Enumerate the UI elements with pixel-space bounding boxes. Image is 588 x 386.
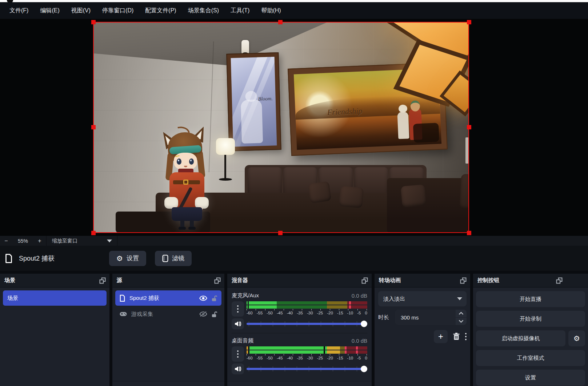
channel-menu-button[interactable] <box>232 346 244 362</box>
obs-window: 文件(F) 编辑(E) 视图(V) 停靠窗口(D) 配置文件(P) 场景集合(S… <box>0 0 588 386</box>
popout-dock-icon[interactable] <box>361 277 368 284</box>
lit-wall-sliver <box>465 137 469 164</box>
menu-bar: 文件(F) 编辑(E) 视图(V) 停靠窗口(D) 配置文件(P) 场景集合(S… <box>0 2 588 19</box>
divider <box>117 236 117 246</box>
virtual-camera-settings-button[interactable]: ⚙ <box>568 330 585 346</box>
spin-up-button[interactable] <box>456 310 467 317</box>
chevron-down-icon <box>457 297 462 300</box>
controls-body: 开始直播 开始录制 启动虚拟摄像机 ⚙ 工作室模式 设置 <box>473 288 588 386</box>
sofa-chaise <box>387 178 469 233</box>
chevron-up-icon <box>459 312 464 315</box>
scene-poster-bloom: Bloom. <box>226 52 281 151</box>
popout-dock-icon[interactable] <box>460 277 467 284</box>
transition-select[interactable]: 淡入淡出 <box>378 291 467 306</box>
sofa-pillow <box>401 184 427 208</box>
meter-ticks <box>247 309 367 310</box>
character-shoe <box>188 227 196 230</box>
controls-dock-header[interactable]: 控制按钮 <box>473 274 588 288</box>
slider-track[interactable] <box>247 323 367 325</box>
transitions-dock: 转场动画 淡入淡出 时长 300 ms <box>375 274 470 386</box>
eye-hidden-icon[interactable] <box>199 311 207 317</box>
start-recording-button[interactable]: 开始录制 <box>476 311 585 327</box>
eye-visible-icon[interactable] <box>199 295 207 301</box>
sources-footer-divider <box>112 381 224 381</box>
resize-handle-top-center[interactable] <box>278 20 283 24</box>
popout-dock-icon[interactable] <box>99 277 106 284</box>
scenes-dock-header[interactable]: 场景 <box>0 274 109 288</box>
slider-handle[interactable] <box>361 366 367 372</box>
sofa-pillow <box>308 181 332 204</box>
popout-dock-icon[interactable] <box>214 277 221 284</box>
settings-button[interactable]: 设置 <box>476 370 585 386</box>
slider-handle[interactable] <box>361 321 367 327</box>
menu-view[interactable]: 视图(V) <box>66 4 96 17</box>
duration-input[interactable]: 300 ms <box>395 310 456 325</box>
controls-dock: 控制按钮 开始直播 开始录制 启动虚拟摄像机 ⚙ 工作室模式 设置 <box>473 274 588 386</box>
menu-scene-collection[interactable]: 场景集合(S) <box>183 4 224 17</box>
studio-mode-button[interactable]: 工作室模式 <box>476 350 585 366</box>
menu-tools[interactable]: 工具(T) <box>225 4 255 17</box>
start-streaming-button[interactable]: 开始直播 <box>476 291 585 307</box>
floor-lamp-base <box>219 178 232 181</box>
menu-file[interactable]: 文件(F) <box>4 4 33 17</box>
chevron-down-icon <box>459 319 464 323</box>
sources-dock-header[interactable]: 源 <box>112 274 224 288</box>
menu-docks[interactable]: 停靠窗口(D) <box>97 4 139 17</box>
resize-handle-top-right[interactable] <box>467 20 471 24</box>
resize-handle-mid-left[interactable] <box>91 125 96 129</box>
source-filters-button[interactable]: 滤镜 <box>155 251 192 266</box>
sources-dock: 源 Spout2 捕获 <box>112 274 224 386</box>
source-list-item[interactable]: 游戏采集 <box>115 306 221 322</box>
scene-list-item[interactable]: 场景 <box>3 290 107 306</box>
gear-icon: ⚙ <box>573 335 580 342</box>
resize-handle-bottom-center[interactable] <box>278 231 283 235</box>
start-virtual-camera-button[interactable]: 启动虚拟摄像机 <box>476 330 565 346</box>
channel-menu-button[interactable] <box>232 301 244 317</box>
dock-area: 场景 场景 源 <box>0 271 588 386</box>
add-transition-button[interactable]: + <box>434 330 448 343</box>
mixer-dock-header[interactable]: 混音器 <box>227 274 372 288</box>
slider-track[interactable] <box>247 368 367 370</box>
menu-profile[interactable]: 配置文件(P) <box>140 4 181 17</box>
menu-help[interactable]: 帮助(H) <box>256 4 286 17</box>
spin-down-button[interactable] <box>456 318 467 325</box>
transition-properties-button[interactable] <box>465 333 467 340</box>
remove-transition-button[interactable] <box>453 333 460 341</box>
mute-button[interactable] <box>232 318 244 329</box>
meter-scale: -60-55-50-45-40-35-30-25-20-15-10-50 <box>247 356 367 360</box>
menu-edit[interactable]: 编辑(E) <box>35 4 64 17</box>
resize-handle-bottom-right[interactable] <box>467 231 471 235</box>
transitions-dock-header[interactable]: 转场动画 <box>375 274 470 288</box>
resize-handle-bottom-left[interactable] <box>91 231 96 235</box>
transition-value: 淡入淡出 <box>383 295 405 302</box>
divider <box>46 236 47 246</box>
unlock-icon[interactable] <box>212 295 217 302</box>
resize-handle-top-left[interactable] <box>91 20 96 24</box>
scenes-title: 场景 <box>4 277 15 284</box>
zoom-out-button[interactable]: − <box>0 238 12 244</box>
zoom-toolbar: − 55% + 缩放至窗口 <box>0 236 588 246</box>
preview-scene[interactable]: Bloom. Friendship <box>94 23 469 233</box>
channel-name: 麦克风/Aux <box>232 292 259 299</box>
fit-to-window-label[interactable]: 缩放至窗口 <box>47 238 102 244</box>
source-settings-button[interactable]: ⚙ 设置 <box>109 251 146 266</box>
zoom-mode-dropdown[interactable] <box>102 240 117 242</box>
resize-handle-mid-right[interactable] <box>467 125 471 129</box>
source-list-item[interactable]: Spout2 捕获 <box>115 290 221 306</box>
character-mouth <box>184 166 187 167</box>
source-name: 游戏采集 <box>131 311 153 318</box>
volume-slider[interactable] <box>247 320 367 328</box>
speaker-icon <box>235 321 241 327</box>
volume-slider[interactable] <box>247 365 367 373</box>
popout-dock-icon[interactable] <box>556 277 563 284</box>
chevron-down-icon <box>107 240 112 242</box>
preview-canvas[interactable]: Bloom. Friendship <box>0 19 588 236</box>
unlock-icon[interactable] <box>212 311 217 318</box>
zoom-in-button[interactable]: + <box>33 238 46 244</box>
transitions-title: 转场动画 <box>379 277 401 284</box>
filters-icon <box>162 254 168 262</box>
mute-button[interactable] <box>232 363 244 374</box>
gear-icon: ⚙ <box>116 255 123 262</box>
source-file-icon <box>5 254 12 263</box>
filters-label: 滤镜 <box>172 254 184 262</box>
